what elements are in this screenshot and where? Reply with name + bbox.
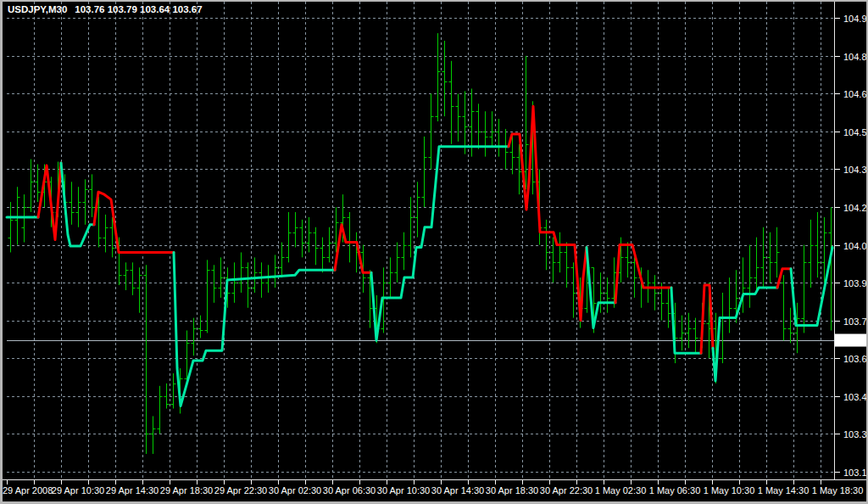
price-axis-label: 103.75 xyxy=(843,316,868,327)
time-axis-label: 29 Apr 22:30 xyxy=(214,485,267,496)
chart-window: 104.95104.80104.65104.50104.35104.20104.… xyxy=(0,0,868,504)
time-axis-label: 1 May 06:30 xyxy=(649,485,701,496)
price-axis-label: 103.15 xyxy=(843,468,868,478)
time-axis-label: 1 May 14:30 xyxy=(758,485,810,496)
current-price-badge-text: 103.67 xyxy=(837,336,865,346)
price-axis-label: 104.20 xyxy=(843,203,868,213)
price-axis-label: 104.05 xyxy=(843,241,868,251)
chart-symbol-period: USDJPY,M30 xyxy=(8,4,67,14)
time-axis-label: 29 Apr 2008 xyxy=(3,485,53,496)
price-axis-label: 104.80 xyxy=(843,52,868,62)
time-axis-label: 30 Apr 18:30 xyxy=(486,485,538,496)
time-axis-label: 29 Apr 18:30 xyxy=(160,485,213,496)
time-axis-label: 29 Apr 14:30 xyxy=(106,485,159,496)
time-axis-label: 30 Apr 10:30 xyxy=(377,485,430,496)
price-axis-label: 103.60 xyxy=(843,354,868,364)
price-axis-label: 104.50 xyxy=(843,127,868,137)
time-axis-label: 1 May 10:30 xyxy=(704,485,755,496)
time-axis-label: 29 Apr 10:30 xyxy=(52,485,104,496)
time-axis-label: 30 Apr 06:30 xyxy=(323,485,376,496)
time-axis-label: 1 May 18:30 xyxy=(812,485,864,496)
frame-top xyxy=(0,0,868,2)
price-axis-label: 103.90 xyxy=(843,278,868,288)
time-axis-label: 1 May 02:30 xyxy=(595,485,647,496)
chart-ohlc-values: 103.76 103.79 103.64 103.67 xyxy=(75,4,202,14)
price-axis-label: 103.45 xyxy=(843,392,868,402)
price-chart[interactable]: 104.95104.80104.65104.50104.35104.20104.… xyxy=(0,0,868,504)
time-axis-label: 30 Apr 22:30 xyxy=(540,485,593,496)
price-axis-label: 104.65 xyxy=(843,89,868,99)
time-axis-label: 30 Apr 02:30 xyxy=(269,485,321,496)
time-axis-label: 30 Apr 14:30 xyxy=(431,485,484,496)
frame-left xyxy=(0,0,3,504)
price-axis-label: 104.95 xyxy=(843,14,868,24)
current-price-badge: 103.67 xyxy=(835,334,867,347)
price-axis-label: 104.35 xyxy=(843,165,868,175)
chart-title-ohlc: USDJPY,M30103.76 103.79 103.64 103.67 xyxy=(8,4,203,14)
price-axis-label: 103.30 xyxy=(843,429,868,440)
